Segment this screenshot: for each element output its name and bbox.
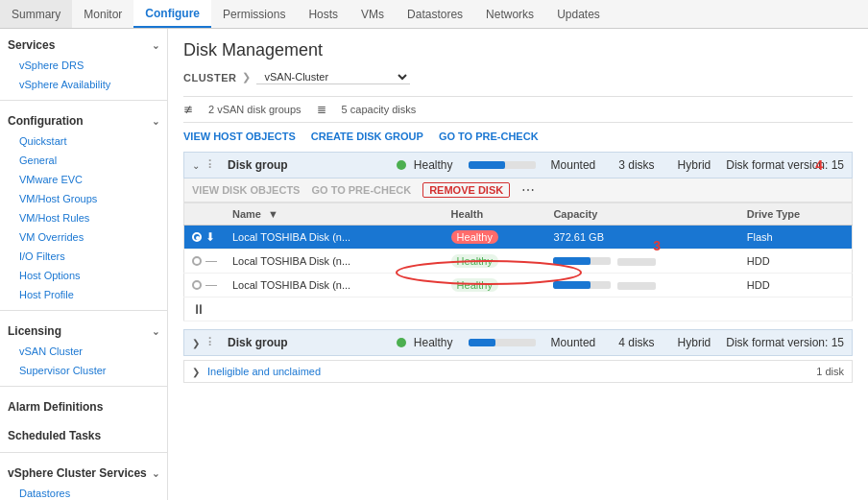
- dg2-progress-bar: [469, 339, 536, 346]
- sidebar-item-vsan-cluster[interactable]: vSAN Cluster: [0, 342, 167, 361]
- dg1-status: Healthy: [414, 158, 453, 172]
- tab-vms[interactable]: VMs: [350, 0, 396, 28]
- dg2-mounted: Mounted: [551, 336, 596, 349]
- section-scheduled-tasks-label: Scheduled Tasks: [8, 429, 101, 442]
- sidebar-item-datastores[interactable]: Datastores: [0, 484, 167, 500]
- sidebar-item-io-filters[interactable]: I/O Filters: [0, 247, 167, 266]
- row3-drive-type: HDD: [739, 274, 853, 298]
- dg1-type: Hybrid: [678, 158, 711, 172]
- section-alarm-definitions-header[interactable]: Alarm Definitions: [0, 396, 167, 417]
- row3-health-badge: Healthy: [451, 278, 498, 292]
- dg1-sub-actions: VIEW DISK OBJECTS GO TO PRE-CHECK REMOVE…: [183, 179, 853, 202]
- tab-permissions[interactable]: Permissions: [211, 0, 297, 28]
- section-alarm-definitions-label: Alarm Definitions: [8, 400, 103, 414]
- top-navigation: Summary Monitor Configure Permissions Ho…: [0, 0, 868, 29]
- ineligible-disks: 1 disk: [816, 366, 844, 377]
- sidebar-item-vsphere-availability[interactable]: vSphere Availability: [0, 75, 167, 94]
- summary-bar: ≢ 2 vSAN disk groups ≣ 5 capacity disks: [183, 96, 853, 123]
- view-disk-objects-btn[interactable]: VIEW DISK OBJECTS: [192, 184, 300, 196]
- row2-name: Local TOSHIBA Disk (n...: [225, 250, 444, 274]
- disk-table-1: Name ▼ Health Capacity Drive Type: [183, 202, 853, 321]
- col-radio: [184, 203, 226, 226]
- ineligible-label: Ineligible and unclaimed: [207, 366, 321, 377]
- row2-radio-cell: —: [184, 250, 226, 274]
- view-host-objects-link[interactable]: VIEW HOST OBJECTS: [183, 131, 296, 142]
- section-licensing: Licensing ⌄ vSAN Cluster Supervisor Clus…: [0, 315, 167, 382]
- remove-disk-btn[interactable]: REMOVE DISK: [422, 182, 510, 198]
- table-row-pause: ⏸: [184, 298, 853, 321]
- go-to-pre-check-btn[interactable]: GO TO PRE-CHECK: [311, 184, 411, 196]
- tab-networks[interactable]: Networks: [474, 0, 545, 28]
- dg1-progress: [469, 161, 536, 169]
- go-to-pre-check-link[interactable]: GO TO PRE-CHECK: [439, 131, 539, 142]
- row1-drive-type: Flash: [739, 226, 853, 250]
- col-health: Health: [444, 203, 546, 226]
- tab-datastores[interactable]: Datastores: [396, 0, 474, 28]
- section-vsphere-cluster-services-header[interactable]: vSphere Cluster Services ⌄: [0, 463, 167, 484]
- dg1-label: Disk group: [228, 158, 389, 172]
- row1-radio-cell: ⬇: [184, 226, 226, 250]
- row3-capacity: [545, 274, 738, 298]
- section-licensing-label: Licensing: [8, 324, 61, 338]
- sidebar-item-quickstart[interactable]: Quickstart: [0, 131, 167, 151]
- dg2-expand-icon[interactable]: ❯: [192, 338, 200, 348]
- sidebar-item-vsphere-drs[interactable]: vSphere DRS: [0, 56, 167, 75]
- dg1-progress-fill: [469, 161, 506, 169]
- breadcrumb-arrow-icon: ❯: [242, 71, 251, 83]
- sidebar-item-vmhost-rules[interactable]: VM/Host Rules: [0, 208, 167, 227]
- tab-summary[interactable]: Summary: [0, 0, 72, 28]
- row2-health: Healthy: [444, 250, 546, 274]
- sidebar-item-host-profile[interactable]: Host Profile: [0, 285, 167, 304]
- sidebar-item-vmware-evc[interactable]: VMware EVC: [0, 170, 167, 189]
- sort-icon[interactable]: ▼: [268, 208, 278, 220]
- section-configuration-header[interactable]: Configuration ⌄: [0, 110, 167, 131]
- tab-configure[interactable]: Configure: [133, 0, 211, 28]
- breadcrumb-cluster-select[interactable]: vSAN-Cluster: [256, 70, 410, 84]
- breadcrumb-cluster-label: CLUSTER: [183, 72, 236, 83]
- sidebar-item-general[interactable]: General: [0, 151, 167, 170]
- dg1-status-icon: [397, 160, 406, 170]
- row2-capacity-bar: [553, 257, 611, 265]
- dg2-type: Hybrid: [678, 336, 711, 349]
- sidebar-item-vm-overrides[interactable]: VM Overrides: [0, 227, 167, 247]
- action-links: VIEW HOST OBJECTS CREATE DISK GROUP GO T…: [183, 131, 853, 142]
- table-row[interactable]: ⬇ Local TOSHIBA Disk (n... Healthy 372.6…: [184, 226, 853, 250]
- sidebar-item-vmhost-groups[interactable]: VM/Host Groups: [0, 189, 167, 208]
- sidebar: Services ⌄ vSphere DRS vSphere Availabil…: [0, 29, 168, 500]
- main-content: Disk Management CLUSTER ❯ vSAN-Cluster ≢…: [168, 29, 868, 500]
- tab-hosts[interactable]: Hosts: [297, 0, 350, 28]
- tab-monitor[interactable]: Monitor: [72, 0, 133, 28]
- section-services-label: Services: [8, 38, 55, 52]
- section-licensing-header[interactable]: Licensing ⌄: [0, 321, 167, 342]
- dg2-progress-fill: [469, 339, 495, 346]
- capacity-disks-icon: ≣: [317, 103, 326, 116]
- ineligible-row[interactable]: ❯ Ineligible and unclaimed 1 disk: [183, 360, 853, 383]
- dg2-format-version: Disk format version: 15: [726, 336, 844, 349]
- disk-group-2-header: ❯ ⠇ Disk group Healthy Mounted 4 disks H…: [183, 329, 853, 356]
- row1-capacity: 372.61 GB: [545, 226, 738, 250]
- disk-group-1-header: ⌄ ⠇ Disk group Healthy Mounted 3 disks H…: [183, 152, 853, 179]
- more-options-icon[interactable]: ⋯: [521, 182, 535, 198]
- dg1-progress-bar: [469, 161, 536, 169]
- section-alarm-definitions: Alarm Definitions: [0, 391, 167, 419]
- dg1-expand-icon[interactable]: ⌄: [192, 160, 200, 171]
- dg1-drag-icon: ⠇: [207, 158, 216, 172]
- table-row[interactable]: — Local TOSHIBA Disk (n... Healthy HDD: [184, 274, 853, 298]
- sidebar-item-host-options[interactable]: Host Options: [0, 266, 167, 285]
- dg1-mounted: Mounted: [551, 158, 596, 172]
- create-disk-group-link[interactable]: CREATE DISK GROUP: [311, 131, 423, 142]
- chevron-licensing-icon: ⌄: [152, 326, 159, 337]
- section-configuration-label: Configuration: [8, 114, 84, 128]
- section-services-header[interactable]: Services ⌄: [0, 35, 167, 56]
- row1-health-badge: Healthy: [451, 230, 498, 244]
- tab-updates[interactable]: Updates: [545, 0, 612, 28]
- row3-capacity-bar: [553, 281, 611, 289]
- table-row[interactable]: — Local TOSHIBA Disk (n... Healthy HDD: [184, 250, 853, 274]
- sidebar-item-supervisor-cluster[interactable]: Supervisor Cluster: [0, 361, 167, 380]
- row1-name: Local TOSHIBA Disk (n...: [225, 226, 444, 250]
- chevron-configuration-icon: ⌄: [152, 116, 159, 127]
- section-scheduled-tasks-header[interactable]: Scheduled Tasks: [0, 425, 167, 446]
- disk-groups-count: 2 vSAN disk groups: [208, 104, 301, 115]
- row3-health: Healthy: [444, 274, 546, 298]
- row3-name: Local TOSHIBA Disk (n...: [225, 274, 444, 298]
